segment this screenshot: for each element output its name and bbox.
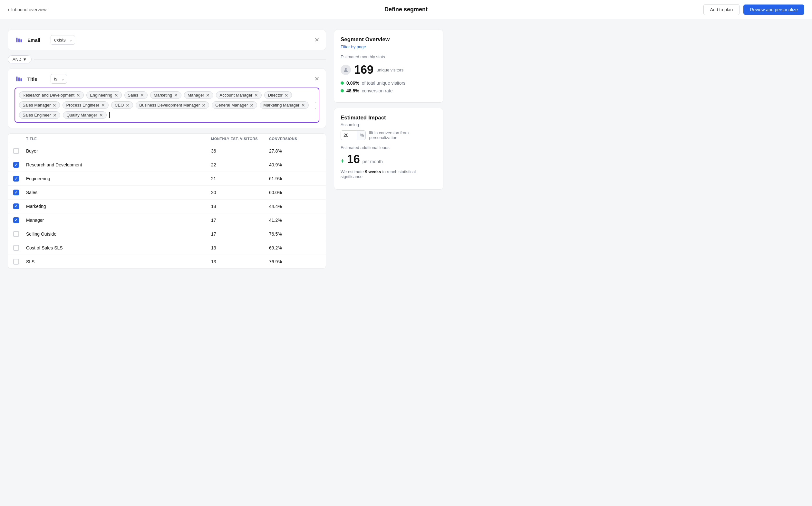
title-filter-card: Title is ✕ Research and Development ✕ En… xyxy=(8,69,326,128)
total-pct-row: 0.06% of total unique visitors xyxy=(341,80,436,86)
row-checkbox-sales[interactable] xyxy=(13,190,19,195)
tag-remove-manager[interactable]: ✕ xyxy=(206,93,210,97)
title-filter-close[interactable]: ✕ xyxy=(315,76,319,82)
row-visitors-buyer: 36 xyxy=(211,148,269,154)
svg-rect-4 xyxy=(18,77,20,81)
row-visitors-selling-outside: 17 xyxy=(211,232,269,237)
row-visitors-marketing: 18 xyxy=(211,204,269,209)
svg-rect-2 xyxy=(21,39,22,42)
row-checkbox-marketing[interactable] xyxy=(13,203,19,209)
row-checkbox-research[interactable] xyxy=(13,162,19,168)
row-checkbox-cost-sls[interactable] xyxy=(13,245,19,251)
row-conversions-manager: 41.2% xyxy=(269,218,321,223)
back-label: Inbound overview xyxy=(11,7,47,12)
title-filter-label: Title xyxy=(27,76,47,82)
row-visitors-manager: 17 xyxy=(211,218,269,223)
table-row: Marketing 18 44.4% xyxy=(8,199,326,214)
add-to-plan-button[interactable]: Add to plan xyxy=(703,4,740,15)
tag-marketing-manager: Marketing Manager ✕ xyxy=(260,101,309,109)
back-chevron-icon: ‹ xyxy=(8,7,9,12)
main-content: Email exists ✕ AND ▼ xyxy=(0,19,451,279)
tag-remove-process-engineer[interactable]: ✕ xyxy=(101,103,105,107)
visitors-stat: 169 unique visitors xyxy=(341,63,436,77)
tag-remove-business-dev[interactable]: ✕ xyxy=(202,103,206,107)
review-personalize-button[interactable]: Review and personalize xyxy=(743,4,804,15)
tag-remove-director[interactable]: ✕ xyxy=(284,93,288,97)
row-title-research: Research and Development xyxy=(26,162,211,167)
table-row: Cost of Sales SLS 13 69.2% xyxy=(8,241,326,255)
header-actions: Add to plan Review and personalize xyxy=(703,4,804,15)
row-title-sales: Sales xyxy=(26,190,211,195)
tag-remove-marketing-manager[interactable]: ✕ xyxy=(301,103,305,107)
unique-visitors-label: unique visitors xyxy=(377,68,403,72)
total-pct: 0.06% xyxy=(346,80,359,86)
row-checkbox-engineering[interactable] xyxy=(13,176,19,181)
tag-remove-research-development[interactable]: ✕ xyxy=(76,93,80,97)
dot-green-icon xyxy=(341,81,344,85)
avatar-icon xyxy=(341,65,351,75)
tag-business-dev: Business Development Manager ✕ xyxy=(136,101,209,109)
table-row: Buyer 36 27.8% xyxy=(8,144,326,158)
row-checkbox-selling-outside[interactable] xyxy=(13,231,19,237)
page-title: Define segment xyxy=(385,6,427,13)
tag-remove-marketing[interactable]: ✕ xyxy=(174,93,178,97)
row-title-selling-outside: Selling Outside xyxy=(26,232,211,237)
tag-remove-ceo[interactable]: ✕ xyxy=(126,103,130,107)
plus-sign: + xyxy=(341,157,344,165)
tag-remove-engineering[interactable]: ✕ xyxy=(114,93,118,97)
leads-label: Estimated additional leads xyxy=(341,145,436,150)
row-conversions-buyer: 27.8% xyxy=(269,148,321,154)
tag-remove-sales-manager[interactable]: ✕ xyxy=(53,103,56,107)
and-chevron-icon: ▼ xyxy=(22,57,27,62)
row-title-manager: Manager xyxy=(26,218,211,223)
th-conversions: CONVERSIONS xyxy=(269,137,321,141)
title-condition-select[interactable]: is xyxy=(51,74,67,84)
tag-remove-quality-manager[interactable]: ✕ xyxy=(99,113,103,117)
table-row: SLS 13 76.9% xyxy=(8,255,326,268)
row-title-engineering: Engineering xyxy=(26,176,211,181)
row-visitors-research: 22 xyxy=(211,162,269,167)
tag-sales: Sales ✕ xyxy=(124,91,148,99)
row-checkbox-manager[interactable] xyxy=(13,217,19,223)
scroll-handle[interactable]: ⌃ ⌄ xyxy=(314,101,317,109)
filter-by-page-link[interactable]: Filter by page xyxy=(341,45,366,49)
tag-sales-engineer: Sales Engineer ✕ xyxy=(19,111,60,119)
email-condition-select[interactable]: exists xyxy=(51,35,75,45)
tag-director: Director ✕ xyxy=(264,91,292,99)
title-filter-top: Title is ✕ xyxy=(14,74,319,84)
back-nav[interactable]: ‹ Inbound overview xyxy=(8,7,47,12)
email-filter-close[interactable]: ✕ xyxy=(315,37,319,43)
significance-weeks: 9 weeks xyxy=(365,169,381,174)
lift-value-input[interactable] xyxy=(341,131,357,140)
tag-research-development: Research and Development ✕ xyxy=(19,91,84,99)
tag-remove-general-manager[interactable]: ✕ xyxy=(250,103,254,107)
left-panel: Email exists ✕ AND ▼ xyxy=(8,29,326,269)
pct-input-box[interactable]: % xyxy=(341,131,366,140)
tag-general-manager: General Manager ✕ xyxy=(212,101,257,109)
tag-quality-manager: Quality Manager ✕ xyxy=(63,111,106,119)
and-line xyxy=(34,59,326,60)
email-condition-wrapper[interactable]: exists xyxy=(51,35,75,45)
row-checkbox-buyer[interactable] xyxy=(13,148,19,154)
row-title-marketing: Marketing xyxy=(26,204,211,209)
visitors-count: 169 xyxy=(354,63,374,77)
row-conversions-sales: 60.0% xyxy=(269,190,321,195)
stats-section: Estimated monthly stats 169 unique visit… xyxy=(341,55,436,93)
tag-remove-sales[interactable]: ✕ xyxy=(140,93,144,97)
tag-remove-sales-engineer[interactable]: ✕ xyxy=(53,113,57,117)
tags-input-area[interactable]: Research and Development ✕ Engineering ✕… xyxy=(14,88,319,122)
row-checkbox-sls[interactable] xyxy=(13,259,19,265)
conversion-pct-row: 48.5% conversion rate xyxy=(341,88,436,93)
pct-symbol: % xyxy=(357,131,366,140)
tag-sales-manager: Sales Manager ✕ xyxy=(19,101,60,109)
tag-engineering: Engineering ✕ xyxy=(86,91,122,99)
tag-remove-account-manager[interactable]: ✕ xyxy=(254,93,258,97)
impact-title: Estimated Impact xyxy=(341,114,436,121)
conversion-pct: 48.5% xyxy=(346,88,359,93)
email-filter-card: Email exists ✕ xyxy=(8,29,326,50)
title-condition-wrapper[interactable]: is xyxy=(51,74,67,84)
row-conversions-marketing: 44.4% xyxy=(269,204,321,209)
estimated-impact-card: Estimated Impact Assuming % lift in conv… xyxy=(334,108,444,190)
leads-section: Estimated additional leads + 16 per mont… xyxy=(341,145,436,179)
and-button[interactable]: AND ▼ xyxy=(8,55,31,63)
